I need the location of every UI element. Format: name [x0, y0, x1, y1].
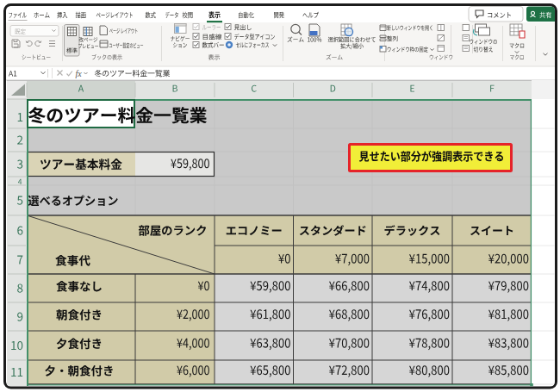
svg-text:fx: fx — [76, 69, 83, 78]
